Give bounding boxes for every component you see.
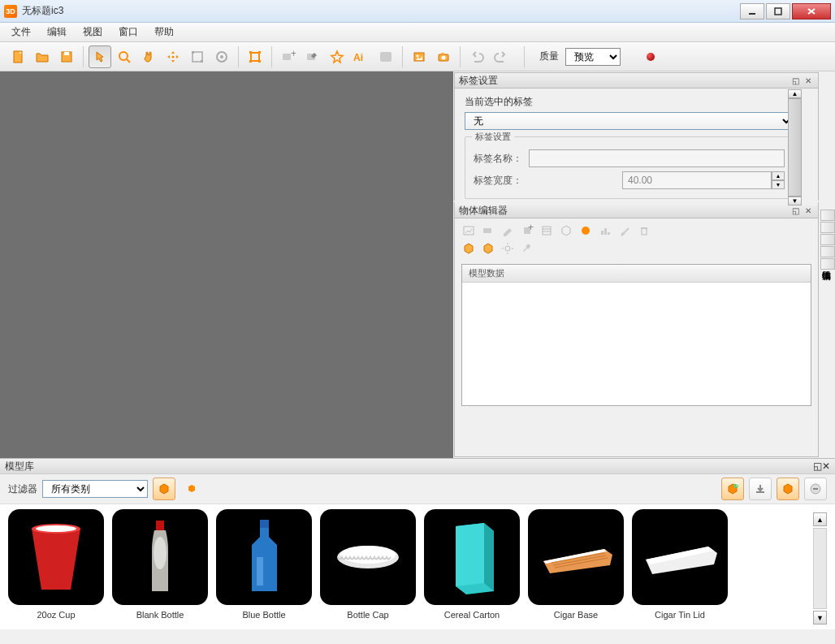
quality-select[interactable]: 预览 <box>565 48 621 66</box>
bottle-thumb-icon <box>140 516 180 598</box>
svg-point-45 <box>505 246 510 251</box>
close-panel-button[interactable]: ✕ <box>822 460 830 472</box>
pointer-tool[interactable] <box>89 45 111 68</box>
bounding-box-tool[interactable] <box>244 45 266 68</box>
viewport-3d[interactable] <box>0 71 453 458</box>
obj-delete-icon[interactable] <box>637 223 651 238</box>
label-name-input[interactable] <box>529 149 785 167</box>
svg-rect-39 <box>601 231 604 235</box>
obj-chart-icon[interactable] <box>598 223 612 238</box>
main-toolbar: + Ai 质量 预览 <box>0 42 835 71</box>
lib-add-button[interactable] <box>153 478 175 500</box>
model-item-bottle-cap[interactable]: Bottle Cap <box>320 509 416 620</box>
bounding-box-icon <box>248 50 262 64</box>
scroll-down-button[interactable]: ▼ <box>813 611 827 625</box>
label-width-label: 标签宽度： <box>474 174 616 188</box>
hand-icon <box>141 50 156 64</box>
thumbnail-scrollbar[interactable]: ▲ ▼ <box>813 509 827 625</box>
tab-transform[interactable]: 变换 <box>820 246 835 257</box>
maximize-button[interactable] <box>766 3 790 19</box>
lib-delete-button[interactable] <box>804 478 827 500</box>
scroll-track[interactable] <box>813 528 827 609</box>
current-label-select[interactable]: 无 <box>465 112 794 130</box>
lib-create-button[interactable]: + <box>721 478 744 500</box>
scroll-down-button[interactable]: ▼ <box>788 197 802 205</box>
minimize-button[interactable] <box>740 3 764 19</box>
label-settings-panel: 标签设置 ◱ ✕ 当前选中的标签 无 标签设置 标签名称： 标签宽度： <box>454 72 819 201</box>
scroll-thumb[interactable] <box>788 98 802 197</box>
render-button[interactable] <box>408 45 430 68</box>
obj-box1-icon[interactable] <box>461 241 476 256</box>
model-library-panel: 模型库 ◱ ✕ 过滤器 所有类别 + 20oz Cup Blank Bottle… <box>0 458 835 629</box>
close-panel-button[interactable]: ✕ <box>803 75 814 86</box>
lib-small-cube-button[interactable] <box>180 478 203 500</box>
model-label: Bottle Cap <box>347 610 388 620</box>
move-tool[interactable] <box>162 45 184 68</box>
zoom-tool[interactable] <box>113 45 136 68</box>
ps-icon <box>379 50 393 64</box>
label-panel-scrollbar[interactable]: ▲ ▼ <box>788 89 802 198</box>
menu-help[interactable]: 帮助 <box>148 23 180 41</box>
menu-file[interactable]: 文件 <box>5 23 37 41</box>
svg-rect-32 <box>483 228 491 233</box>
width-spin-down[interactable]: ▼ <box>772 180 785 189</box>
separator <box>524 46 525 67</box>
menu-window[interactable]: 窗口 <box>112 23 145 41</box>
scale-tool[interactable] <box>186 45 209 68</box>
model-item-cigar-base[interactable]: Cigar Base <box>528 509 624 620</box>
lib-refresh-button[interactable] <box>777 478 799 500</box>
model-data-list[interactable]: 模型数据 <box>461 264 811 406</box>
model-item-blue-bottle[interactable]: Blue Bottle <box>216 509 312 620</box>
save-button[interactable] <box>55 45 78 68</box>
undock-button[interactable]: ◱ <box>790 205 801 216</box>
add-label-button[interactable]: + <box>277 45 300 68</box>
tab-object-editor[interactable]: 物体编辑器 <box>820 258 835 270</box>
ps-button[interactable] <box>374 45 397 68</box>
svg-rect-17 <box>249 51 252 54</box>
rotate-tool[interactable] <box>210 45 233 68</box>
undock-button[interactable]: ◱ <box>813 460 822 472</box>
filter-select[interactable]: 所有类别 <box>42 480 148 498</box>
width-spin-up[interactable]: ▲ <box>772 171 785 180</box>
carton-thumb-icon <box>443 516 500 598</box>
undo-button[interactable] <box>465 45 488 68</box>
new-button[interactable] <box>6 45 29 68</box>
obj-list-icon[interactable] <box>539 223 554 238</box>
snapshot-button[interactable] <box>432 45 455 68</box>
obj-light-icon[interactable] <box>500 241 515 256</box>
svg-rect-16 <box>251 53 259 61</box>
model-item-blank-bottle[interactable]: Blank Bottle <box>112 509 208 620</box>
scroll-up-button[interactable]: ▲ <box>813 512 827 526</box>
obj-image-icon[interactable] <box>461 223 476 238</box>
svg-point-15 <box>220 55 223 58</box>
favorite-button[interactable] <box>326 45 348 68</box>
undock-button[interactable]: ◱ <box>790 75 801 86</box>
obj-edit-icon[interactable] <box>500 223 515 238</box>
tab-effects[interactable]: 特殊效果 <box>820 210 835 221</box>
model-item-cigar-tin-lid[interactable]: Cigar Tin Lid <box>632 509 728 620</box>
obj-brush-icon[interactable] <box>617 223 632 238</box>
pan-tool[interactable] <box>137 45 160 68</box>
menu-view[interactable]: 视图 <box>76 23 109 41</box>
label-width-input[interactable] <box>622 171 772 189</box>
edit-label-button[interactable] <box>301 45 324 68</box>
menu-edit[interactable]: 编辑 <box>41 23 73 41</box>
redo-button[interactable] <box>490 45 513 68</box>
close-button[interactable] <box>792 3 831 19</box>
ai-button[interactable]: Ai <box>350 45 373 68</box>
close-panel-button[interactable]: ✕ <box>803 205 814 216</box>
obj-label-icon[interactable] <box>481 223 495 238</box>
model-item-cup[interactable]: 20oz Cup <box>8 509 104 620</box>
obj-sphere-icon[interactable] <box>578 223 593 238</box>
model-item-cereal-carton[interactable]: Cereal Carton <box>424 509 520 620</box>
obj-cube-icon[interactable] <box>559 223 573 238</box>
obj-box2-icon[interactable] <box>481 241 495 256</box>
scroll-up-button[interactable]: ▲ <box>788 89 802 98</box>
image-icon <box>412 50 426 64</box>
obj-wrench-icon[interactable] <box>520 241 534 256</box>
lib-import-button[interactable] <box>749 478 772 500</box>
open-button[interactable] <box>31 45 54 68</box>
obj-add-icon[interactable]: + <box>520 223 534 238</box>
tab-lights[interactable]: 灯光 <box>820 234 835 245</box>
tab-layers[interactable]: 图层 <box>820 222 835 233</box>
